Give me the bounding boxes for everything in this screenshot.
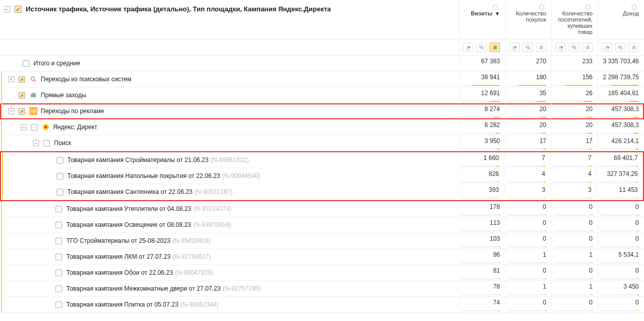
sort-indicator-icon: ▼ xyxy=(495,11,500,16)
row-label[interactable]: Товарная кампания Напольные покрытия от … xyxy=(67,172,220,180)
metric-view-toggles: ◔%ıll◔%ıll◔%ıll◔%ıll xyxy=(0,40,644,56)
table-row: Товарная кампания Стройматериалы от 21.0… xyxy=(1,152,643,168)
cell-revenue: 426 214,1 xyxy=(598,135,644,151)
column-header[interactable]: Количество посетителей, купивших товар xyxy=(551,0,598,39)
cell-visits: 3 950 xyxy=(459,135,505,151)
view-toggle-group: ◔%ıll xyxy=(505,40,551,55)
pie-view-button[interactable]: ◔ xyxy=(602,43,612,52)
cell-visits: 6 282 xyxy=(459,119,505,135)
row-checkbox[interactable] xyxy=(56,222,62,228)
svg-line-1 xyxy=(34,80,36,82)
cell-revenue: 0 xyxy=(598,265,644,280)
row-checkbox[interactable]: ✓ xyxy=(19,92,25,99)
table-row: ТГО Стройматериалы от 25-08-2023 (N-9542… xyxy=(0,233,644,249)
row-checkbox[interactable] xyxy=(57,157,63,164)
row-label[interactable]: Товарная кампания Обои от 22.06.23 xyxy=(66,269,173,276)
table-row: Товарная кампания Освещение от 08.08.23 … xyxy=(0,217,644,233)
bar-view-button[interactable]: ıll xyxy=(490,43,500,52)
cell-purchases: 180 xyxy=(505,72,551,87)
cell-purchases: 0 xyxy=(505,297,551,312)
cell-purchases: 1 xyxy=(505,281,551,296)
row-checkbox[interactable] xyxy=(57,173,63,180)
bar-view-button[interactable]: ıll xyxy=(582,43,593,52)
cell-purchases: 4 xyxy=(504,168,550,184)
metric-radio[interactable] xyxy=(585,5,591,10)
row-checkbox[interactable]: ✓ xyxy=(19,76,25,83)
campaign-code: (N-92757785) xyxy=(223,285,261,292)
cell-visits: 78 xyxy=(459,281,505,296)
row-checkbox[interactable] xyxy=(56,238,62,244)
column-label: Доход xyxy=(600,10,639,16)
cell-buyers: 0 xyxy=(551,297,598,312)
cell-buyers: 0 xyxy=(551,233,598,248)
row-label[interactable]: Товарная кампания Сантехника от 22.06.23 xyxy=(67,188,192,195)
table-header: − ✓ Источник трафика, Источник трафика (… xyxy=(0,0,644,40)
row-checkbox[interactable] xyxy=(56,254,62,260)
row-label[interactable]: Товарная кампания Освещение от 08.08.23 xyxy=(66,221,191,228)
row-label[interactable]: Яндекс: Директ xyxy=(53,123,97,131)
cell-purchases: 20 xyxy=(505,119,551,135)
collapse-button[interactable]: − xyxy=(21,124,27,130)
campaign-code: (N-90046540) xyxy=(222,172,260,180)
totals-checkbox[interactable] xyxy=(23,60,29,67)
column-header[interactable]: Визиты ▼ xyxy=(459,0,505,39)
svg-rect-2 xyxy=(31,94,36,97)
row-checkbox[interactable] xyxy=(43,140,50,147)
row-label[interactable]: Товарная кампания Утеплители от 04.08.23 xyxy=(66,205,191,212)
row-label[interactable]: Товарная кампания Межкомнатные двери от … xyxy=(66,285,221,292)
row-checkbox[interactable] xyxy=(31,124,38,131)
cell-buyers: 1 xyxy=(551,281,598,296)
row-checkbox[interactable] xyxy=(56,286,62,292)
collapse-button[interactable]: − xyxy=(33,140,39,146)
expand-button[interactable]: + xyxy=(8,76,14,82)
pie-view-button[interactable]: ◔ xyxy=(463,43,473,52)
campaign-code: (N-90862344) xyxy=(181,301,219,308)
row-label[interactable]: Прямые заходы xyxy=(41,92,86,99)
percent-view-button[interactable]: % xyxy=(615,43,625,52)
column-header[interactable]: Количество покупок xyxy=(505,0,551,39)
cell-purchases: 20 xyxy=(505,103,551,119)
cell-purchases: 7 xyxy=(504,152,550,168)
row-label[interactable]: Переходы по рекламе xyxy=(41,108,104,115)
row-label[interactable]: Товарная кампания ЛКМ от 27.07.23 xyxy=(66,253,171,260)
cube-icon xyxy=(29,91,38,99)
row-label[interactable]: ТГО Стройматериалы от 25-08-2023 xyxy=(66,237,170,244)
row-label[interactable]: Товарная кампания Стройматериалы от 21.0… xyxy=(67,156,208,164)
cell-buyers: 17 xyxy=(551,135,598,151)
expand-all-button[interactable]: − xyxy=(4,6,10,12)
cell-buyers: 0 xyxy=(551,217,598,233)
view-toggle-group: ◔%ıll xyxy=(459,40,505,55)
cell-purchases: 35 xyxy=(505,87,551,103)
table-row: Товарная кампания Плитка от 05.07.23 (N-… xyxy=(0,297,644,313)
column-header[interactable]: Доход xyxy=(598,0,644,39)
ad-icon: AD xyxy=(29,107,38,115)
percent-view-button[interactable]: % xyxy=(523,43,533,52)
cell-visits: 96 xyxy=(459,249,505,264)
percent-view-button[interactable]: % xyxy=(476,43,487,52)
direct-icon xyxy=(42,123,50,131)
metric-radio[interactable] xyxy=(539,5,544,10)
cell-buyers: 1 xyxy=(551,249,598,264)
bar-view-button[interactable]: ıll xyxy=(629,43,639,52)
row-checkbox[interactable] xyxy=(56,270,62,276)
pie-view-button[interactable]: ◔ xyxy=(509,43,520,52)
row-checkbox[interactable] xyxy=(56,301,62,308)
row-label[interactable]: Товарная кампания Плитка от 05.07.23 xyxy=(66,301,178,308)
bar-view-button[interactable]: ıll xyxy=(536,43,546,52)
cell-revenue: 11 453 xyxy=(597,184,643,200)
metric-radio[interactable] xyxy=(632,5,637,10)
search-icon xyxy=(29,75,38,83)
row-label[interactable]: Переходы из поисковых систем xyxy=(41,76,131,83)
collapse-button[interactable]: − xyxy=(8,108,14,114)
row-checkbox[interactable] xyxy=(57,189,63,195)
row-checkbox[interactable] xyxy=(56,206,62,212)
row-label[interactable]: Поиск xyxy=(54,139,71,147)
percent-view-button[interactable]: % xyxy=(569,43,579,52)
select-all-checkbox[interactable]: ✓ xyxy=(14,6,22,13)
campaign-code: (N-90047920) xyxy=(175,269,213,276)
metric-radio[interactable] xyxy=(493,5,498,10)
pie-view-button[interactable]: ◔ xyxy=(556,43,566,52)
totals-label: Итого и средние xyxy=(33,60,80,67)
cell-revenue: 3 450 xyxy=(598,281,644,296)
row-checkbox[interactable]: ✓ xyxy=(19,108,25,115)
